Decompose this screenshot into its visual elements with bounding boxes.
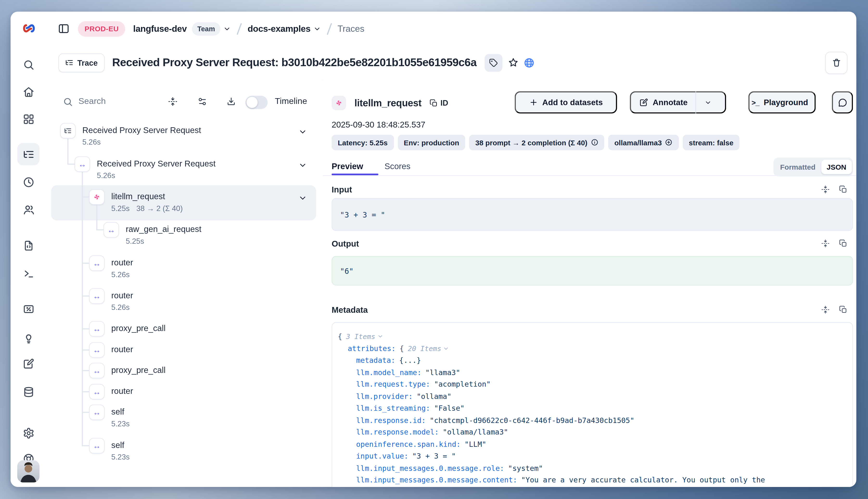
tree-row-label: Received Proxy Server Request	[97, 159, 216, 168]
datasets-database-icon[interactable]	[23, 386, 35, 398]
copy-id-button[interactable]: ID	[429, 98, 448, 107]
json-row: llm.response.id:"chatcmpl-d96622c0-c642-…	[338, 414, 847, 426]
observation-title: litellm_request	[354, 97, 421, 109]
annotate-split-button[interactable]: Annotate	[630, 91, 726, 113]
format-toggle: Formatted JSON	[773, 158, 853, 177]
collapse-all-icon[interactable]	[168, 97, 177, 106]
trace-title-bar: Trace Received Proxy Server Request: b30…	[46, 46, 856, 80]
sidebar-toggle-icon[interactable]	[58, 23, 70, 35]
chevron-down-icon[interactable]	[443, 345, 449, 352]
timeline-toggle[interactable]	[245, 96, 268, 109]
search-icon[interactable]	[23, 59, 35, 71]
tree-row-span[interactable]: ↔ proxy_pre_call	[46, 321, 322, 337]
json-row: input.value:"3 + 3 = "	[338, 450, 847, 462]
json-row[interactable]: attributes:{20 Items	[338, 343, 847, 355]
breadcrumb-divider	[237, 23, 242, 35]
tree-row-label: router	[111, 386, 133, 395]
tree-row-label: proxy_pre_call	[111, 365, 166, 374]
annotate-main[interactable]: Annotate	[631, 98, 696, 107]
tree-row-span[interactable]: ↔ self5.23s	[46, 404, 322, 430]
tab-scores[interactable]: Scores	[384, 161, 411, 171]
json-row[interactable]: {3 Items	[338, 331, 847, 343]
tree-row-span[interactable]: ↔ Received Proxy Server Request5.26s	[46, 156, 322, 182]
model-badge[interactable]: ollama/llama3	[608, 135, 678, 150]
prompts-file-icon[interactable]	[23, 240, 35, 252]
playground-terminal-icon[interactable]	[23, 268, 35, 279]
playground-button[interactable]: >_ Playground	[748, 91, 816, 113]
format-json-option[interactable]: JSON	[821, 160, 852, 174]
active-tab-indicator	[331, 174, 378, 175]
fold-vertical-icon[interactable]	[821, 185, 830, 194]
tree-row-span[interactable]: ↔ router5.26s	[46, 288, 322, 314]
tree-row-trace-root[interactable]: Received Proxy Server Request5.26s	[46, 123, 322, 148]
comments-button[interactable]	[832, 91, 853, 113]
input-section-label: Input	[331, 185, 352, 194]
tree-row-span[interactable]: ↔ self5.23s	[46, 438, 322, 463]
chevron-down-icon[interactable]	[377, 333, 383, 340]
chevron-down-icon[interactable]	[298, 127, 307, 136]
input-value: "3 + 3 = "	[340, 210, 385, 219]
evaluation-icon[interactable]	[23, 303, 35, 315]
download-icon[interactable]	[227, 97, 236, 106]
tree-row-span[interactable]: ↔ proxy_pre_call	[46, 363, 322, 378]
org-switcher-chevron-icon[interactable]	[223, 25, 231, 33]
observation-header: litellm_request ID	[331, 96, 448, 110]
tree-row-label: self	[111, 440, 124, 449]
project-switcher-chevron-icon[interactable]	[313, 25, 321, 33]
tree-row-label: router	[111, 258, 133, 267]
annotate-dropdown-chevron-icon[interactable]	[696, 99, 720, 106]
annotation-pen-icon[interactable]	[23, 358, 35, 369]
generation-icon	[331, 96, 346, 110]
observation-timestamp: 2025-09-30 18:48:25.537	[331, 120, 425, 129]
tree-row-label: Received Proxy Server Request	[82, 125, 201, 134]
home-icon[interactable]	[23, 86, 35, 98]
tree-row-litellm-request-selected[interactable]: litellm_request 5.25s38 → 2 (Σ 40)	[46, 189, 322, 215]
span-icon: ↔	[89, 321, 105, 337]
comment-bubble-icon	[838, 98, 847, 107]
toggle-knob	[247, 97, 258, 108]
tree-row-label: self	[111, 407, 124, 416]
delete-trace-button[interactable]	[825, 51, 847, 74]
dashboards-icon[interactable]	[23, 113, 35, 125]
copy-icon[interactable]	[839, 306, 847, 314]
breadcrumb-section[interactable]: Traces	[338, 24, 365, 34]
json-row[interactable]: metadata:{...}	[338, 354, 847, 366]
users-icon[interactable]	[23, 204, 35, 216]
chevron-down-icon[interactable]	[298, 194, 307, 203]
json-row: llm.model_name:"llama3"	[338, 366, 847, 378]
project-name[interactable]: docs-examples	[247, 24, 310, 34]
environment-badge[interactable]: PROD-EU	[78, 21, 125, 37]
add-to-datasets-button[interactable]: Add to datasets	[515, 91, 617, 113]
chevron-down-icon[interactable]	[298, 161, 307, 170]
user-avatar[interactable]	[17, 460, 40, 483]
tree-row-span[interactable]: ↔ raw_gen_ai_request5.25s	[46, 222, 322, 247]
fold-vertical-icon[interactable]	[821, 306, 830, 314]
public-globe-icon[interactable]	[523, 57, 534, 68]
org-logo[interactable]	[22, 21, 36, 36]
copy-icon[interactable]	[839, 240, 847, 248]
output-value-box: "6"	[331, 256, 853, 285]
tab-preview[interactable]: Preview	[331, 161, 363, 171]
org-name[interactable]: langfuse-dev	[133, 24, 187, 34]
settings-gear-icon[interactable]	[23, 427, 35, 439]
tree-row-span[interactable]: ↔ router	[46, 342, 322, 358]
add-to-datasets-label: Add to datasets	[542, 98, 603, 107]
token-usage-badge[interactable]: 38 prompt → 2 completion (Σ 40)	[469, 135, 604, 150]
copy-icon[interactable]	[839, 185, 847, 194]
tree-row-span[interactable]: ↔ router5.26s	[46, 256, 322, 281]
sidebar-item-tracing[interactable]	[17, 143, 40, 165]
observation-detail-panel: litellm_request ID Add to datasets Annot…	[322, 80, 856, 487]
star-icon[interactable]	[508, 57, 518, 68]
sessions-clock-icon[interactable]	[23, 177, 35, 188]
tree-row-span[interactable]: ↔ router	[46, 384, 322, 400]
tree-row-label: raw_gen_ai_request	[126, 224, 201, 234]
circle-plus-icon	[665, 138, 673, 146]
output-section-icons	[821, 240, 847, 248]
lightbulb-icon[interactable]	[23, 332, 35, 344]
tag-icon[interactable]	[484, 54, 502, 72]
search-input[interactable]: Search	[78, 96, 106, 106]
display-settings-icon[interactable]	[197, 97, 207, 106]
format-formatted-option[interactable]: Formatted	[775, 163, 821, 171]
span-icon: ↔	[89, 256, 105, 271]
fold-vertical-icon[interactable]	[821, 240, 830, 248]
